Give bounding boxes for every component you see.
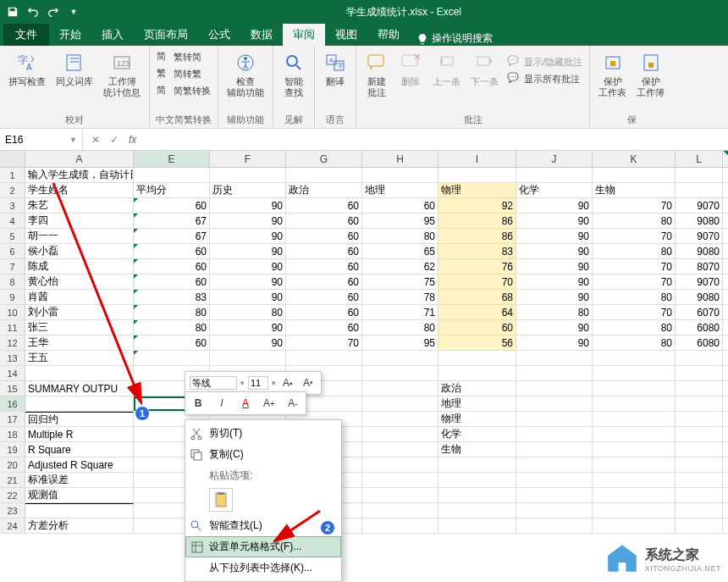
cell-H24[interactable] <box>362 518 438 533</box>
cell-H5[interactable]: 80 <box>362 229 438 243</box>
cell-H15[interactable] <box>362 381 438 396</box>
cell-H17[interactable] <box>362 412 438 426</box>
cell-L20[interactable] <box>676 457 723 472</box>
paste-option-default[interactable] <box>209 488 233 512</box>
cell-A11[interactable]: 张三 <box>25 320 134 335</box>
cell-L8[interactable]: 9070 <box>676 274 723 289</box>
row-header[interactable]: 4 <box>0 213 25 228</box>
mini-increase-font-icon[interactable]: A▴ <box>279 374 296 391</box>
tell-me-search[interactable]: 操作说明搜索 <box>416 31 493 46</box>
cell-H2[interactable]: 地理 <box>362 183 438 197</box>
cell-A14[interactable] <box>25 366 134 380</box>
row-header[interactable]: 17 <box>0 412 25 426</box>
cell-L24[interactable] <box>676 518 723 533</box>
cell-K19[interactable] <box>593 442 676 457</box>
cell-F9[interactable]: 90 <box>210 290 286 304</box>
cell-H22[interactable] <box>362 488 438 502</box>
cell-J22[interactable] <box>516 488 593 502</box>
cell-A5[interactable]: 胡一一 <box>25 229 134 243</box>
cell-A13[interactable]: 王五 <box>25 351 134 365</box>
enter-icon[interactable]: ✓ <box>110 134 119 146</box>
cell-L14[interactable] <box>676 366 723 380</box>
row-header[interactable]: 24 <box>0 518 25 533</box>
cell-L3[interactable]: 9070 <box>676 198 723 213</box>
cell-I5[interactable]: 86 <box>438 229 516 243</box>
cell-L22[interactable] <box>676 488 723 502</box>
save-icon[interactable] <box>3 3 22 21</box>
mini-italic-icon[interactable]: I <box>213 395 230 412</box>
cell-H14[interactable] <box>362 366 438 380</box>
cell-A4[interactable]: 李四 <box>25 213 134 228</box>
cell-K8[interactable]: 70 <box>593 274 676 289</box>
cell-G10[interactable]: 60 <box>286 305 362 319</box>
col-header-G[interactable]: G <box>286 151 362 167</box>
ctx-smart-lookup[interactable]: 智能查找(L) <box>185 515 341 536</box>
cell-G3[interactable]: 60 <box>286 198 362 213</box>
prev-comment-button[interactable]: 上一条 <box>429 49 464 89</box>
next-comment-button[interactable]: 下一条 <box>467 49 502 89</box>
cell-K11[interactable]: 80 <box>593 320 676 335</box>
cell-K24[interactable] <box>593 518 676 533</box>
col-header-F[interactable]: F <box>210 151 286 167</box>
cell-K16[interactable] <box>593 396 676 411</box>
cell-L15[interactable] <box>676 381 723 396</box>
cell-H9[interactable]: 78 <box>362 290 438 304</box>
cell-E12[interactable]: 60 <box>134 335 210 350</box>
cell-F3[interactable]: 90 <box>210 198 286 213</box>
row-header[interactable]: 7 <box>0 259 25 274</box>
cell-E4[interactable]: 67 <box>134 213 210 228</box>
cell-L5[interactable]: 9070 <box>676 229 723 243</box>
col-header-H[interactable]: H <box>362 151 438 167</box>
cell-K21[interactable] <box>593 473 676 487</box>
tab-insert[interactable]: 插入 <box>91 24 134 46</box>
thesaurus-button[interactable]: 同义词库 <box>52 49 97 89</box>
cell-I8[interactable]: 70 <box>438 274 516 289</box>
cell-I4[interactable]: 86 <box>438 213 516 228</box>
cell-K3[interactable]: 70 <box>593 198 676 213</box>
cell-E9[interactable]: 83 <box>134 290 210 304</box>
cell-I7[interactable]: 76 <box>438 259 516 274</box>
cell-H21[interactable] <box>362 473 438 487</box>
cell-J8[interactable]: 90 <box>516 274 593 289</box>
row-header[interactable]: 1 <box>0 168 25 182</box>
mini-font-select[interactable] <box>190 376 237 390</box>
cell-K1[interactable] <box>593 168 676 182</box>
row-header[interactable]: 23 <box>0 503 25 518</box>
cell-L2[interactable] <box>676 183 723 197</box>
cell-H16[interactable] <box>362 396 438 411</box>
select-all-corner[interactable] <box>0 151 25 167</box>
cell-H7[interactable]: 62 <box>362 259 438 274</box>
cell-J2[interactable]: 化学 <box>516 183 593 197</box>
cell-J12[interactable]: 90 <box>516 335 593 350</box>
cell-I3[interactable]: 92 <box>438 198 516 213</box>
cell-A10[interactable]: 刘小雷 <box>25 305 134 319</box>
cell-A1[interactable]: 输入学生成绩，自动计日期：X年X月X日 <box>25 168 134 182</box>
cell-F7[interactable]: 90 <box>210 259 286 274</box>
cell-H13[interactable] <box>362 351 438 365</box>
row-header[interactable]: 8 <box>0 274 25 289</box>
cell-K10[interactable]: 70 <box>593 305 676 319</box>
cell-H3[interactable]: 60 <box>362 198 438 213</box>
cell-I10[interactable]: 64 <box>438 305 516 319</box>
cell-L6[interactable]: 9080 <box>676 244 723 258</box>
mini-decrease-font-icon[interactable]: A▾ <box>300 374 317 391</box>
ctx-cut[interactable]: 剪切(T) <box>185 423 341 444</box>
cell-I9[interactable]: 68 <box>438 290 516 304</box>
cell-A15[interactable]: SUMMARY OUTPU <box>25 381 134 396</box>
cell-J23[interactable] <box>516 503 593 518</box>
cell-F6[interactable]: 90 <box>210 244 286 258</box>
cell-E3[interactable]: 60 <box>134 198 210 213</box>
redo-icon[interactable] <box>44 3 63 21</box>
cell-J21[interactable] <box>516 473 593 487</box>
cell-A22[interactable]: 观测值 <box>25 488 134 502</box>
cell-K17[interactable] <box>593 412 676 426</box>
cell-J9[interactable]: 90 <box>516 290 593 304</box>
delete-comment-button[interactable]: 删除 <box>395 49 426 89</box>
ctx-dropdown-list[interactable]: 从下拉列表中选择(K)... <box>185 557 341 579</box>
cell-A6[interactable]: 侯小磊 <box>25 244 134 258</box>
row-header[interactable]: 10 <box>0 305 25 319</box>
cell-G1[interactable] <box>286 168 362 182</box>
mini-decrease-icon[interactable]: A- <box>284 395 301 412</box>
cell-K23[interactable] <box>593 503 676 518</box>
cell-H10[interactable]: 71 <box>362 305 438 319</box>
